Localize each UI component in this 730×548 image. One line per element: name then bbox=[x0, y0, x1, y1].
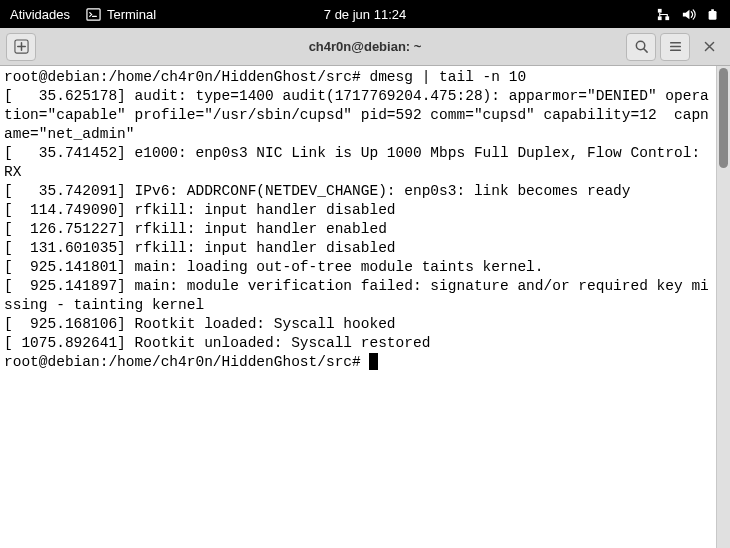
svg-rect-1 bbox=[658, 8, 662, 12]
scrollbar-thumb[interactable] bbox=[719, 68, 728, 168]
datetime[interactable]: 7 de jun 11:24 bbox=[324, 7, 406, 22]
search-button[interactable] bbox=[626, 33, 656, 61]
gnome-topbar: Atividades Terminal 7 de jun 11:24 bbox=[0, 0, 730, 28]
app-name-label: Terminal bbox=[107, 7, 156, 22]
output-lines: [ 35.625178] audit: type=1400 audit(1717… bbox=[4, 87, 712, 353]
svg-rect-5 bbox=[711, 9, 714, 11]
hamburger-icon bbox=[668, 39, 683, 54]
output-line: [ 35.742091] IPv6: ADDRCONF(NETDEV_CHANG… bbox=[4, 182, 712, 201]
current-app[interactable]: Terminal bbox=[86, 7, 156, 22]
network-icon[interactable] bbox=[656, 7, 671, 22]
output-line: [ 131.601035] rfkill: input handler disa… bbox=[4, 239, 712, 258]
terminal-output[interactable]: root@debian:/home/ch4r0n/HiddenGhost/src… bbox=[0, 66, 716, 548]
command-text: dmesg | tail -n 10 bbox=[369, 69, 526, 85]
output-line: [ 925.141897] main: module verification … bbox=[4, 277, 712, 315]
new-tab-button[interactable] bbox=[6, 33, 36, 61]
svg-rect-4 bbox=[709, 11, 717, 20]
output-line: [ 1075.892641] Rootkit unloaded: Syscall… bbox=[4, 334, 712, 353]
close-icon bbox=[703, 40, 716, 53]
svg-rect-3 bbox=[658, 16, 662, 20]
output-line: [ 114.749090] rfkill: input handler disa… bbox=[4, 201, 712, 220]
shell-prompt: root@debian:/home/ch4r0n/HiddenGhost/src… bbox=[4, 69, 361, 85]
terminal-icon bbox=[86, 7, 101, 22]
search-icon bbox=[634, 39, 649, 54]
menu-button[interactable] bbox=[660, 33, 690, 61]
activities-button[interactable]: Atividades bbox=[10, 7, 70, 22]
output-line: [ 35.741452] e1000: enp0s3 NIC Link is U… bbox=[4, 144, 712, 182]
svg-rect-0 bbox=[87, 8, 100, 19]
output-line: [ 35.625178] audit: type=1400 audit(1717… bbox=[4, 87, 712, 144]
output-line: [ 925.141801] main: loading out-of-tree … bbox=[4, 258, 712, 277]
window-titlebar: ch4r0n@debian: ~ bbox=[0, 28, 730, 66]
shell-prompt: root@debian:/home/ch4r0n/HiddenGhost/src… bbox=[4, 354, 361, 370]
volume-icon[interactable] bbox=[681, 7, 696, 22]
battery-icon[interactable] bbox=[706, 7, 720, 22]
scrollbar[interactable] bbox=[716, 66, 730, 548]
close-button[interactable] bbox=[694, 33, 724, 61]
cursor bbox=[369, 353, 378, 370]
window-title: ch4r0n@debian: ~ bbox=[309, 39, 422, 54]
output-line: [ 126.751227] rfkill: input handler enab… bbox=[4, 220, 712, 239]
plus-icon bbox=[14, 39, 29, 54]
output-line: [ 925.168106] Rootkit loaded: Syscall ho… bbox=[4, 315, 712, 334]
